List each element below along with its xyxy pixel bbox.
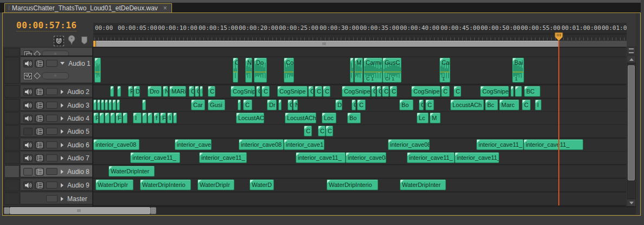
track-pan-slider[interactable] [42, 51, 69, 57]
audio-clip[interactable]: LocustACh [285, 112, 316, 123]
audio-clip[interactable]: N [293, 99, 298, 110]
audio-clip[interactable]: C [326, 126, 333, 136]
track-volume-slider[interactable] [42, 72, 69, 79]
sequence-tab[interactable]: ⁞⁞ MarcusChatter_ThatsTwo_Loud01_etDeDeu… [4, 3, 172, 12]
audio-clip[interactable] [93, 99, 97, 110]
audio-clip[interactable]: CogSnipe [231, 86, 255, 97]
toggle-track-output-audio-6[interactable] [23, 141, 33, 149]
audio-clip[interactable] [238, 99, 241, 110]
audio-clip[interactable]: C [315, 86, 322, 97]
audio-clip[interactable] [110, 112, 115, 123]
sync-lock-toggle-audio-7[interactable] [35, 154, 44, 162]
audio-clip[interactable]: WaterDripInter [400, 179, 446, 190]
audio-clip[interactable]: Gusi [208, 99, 225, 110]
audio-clip[interactable]: WaterD [250, 179, 274, 190]
sync-lock-toggle-audio-4[interactable] [35, 115, 44, 122]
track-lane-partial[interactable] [93, 48, 626, 57]
horizontal-scrollbar-thumb[interactable]: III [10, 207, 150, 214]
audio-clip[interactable]: BC [524, 86, 540, 97]
audio-clip[interactable]: C [425, 99, 434, 110]
audio-clip[interactable]: C [189, 86, 194, 97]
disclosure-triangle-audio-5[interactable] [61, 129, 63, 134]
audio-clip[interactable]: interior_cave11_ [476, 139, 524, 150]
work-area-range[interactable] [93, 41, 559, 47]
audio-clip[interactable]: C [454, 86, 461, 97]
track-lane-audio-2[interactable]: FDDroNMARiCCiCCogSnipeCCCogSnipeCCCCogSn… [93, 85, 626, 98]
audio-clip[interactable]: Car1 [439, 58, 450, 83]
sync-lock-toggle-audio-1[interactable] [35, 60, 44, 67]
audio-clip[interactable] [109, 99, 112, 110]
audio-clip[interactable]: C [243, 99, 252, 110]
disclosure-triangle-audio-4[interactable] [61, 116, 63, 121]
audio-clip[interactable] [515, 86, 522, 97]
time-ruler[interactable]: 00:0000:00:05:0000:00:10:0000:00:15:0000… [93, 23, 627, 34]
audio-clip[interactable]: Car [191, 99, 205, 110]
audio-clip[interactable]: C [288, 99, 292, 110]
work-area-start-handle[interactable] [93, 41, 96, 47]
audio-clip[interactable]: C [377, 86, 381, 97]
audio-clip[interactable]: C [323, 86, 330, 97]
track-lane-audio-8[interactable]: WaterDripInter [93, 165, 626, 178]
audio-clip[interactable]: Marc [499, 99, 519, 110]
audio-clip[interactable]: CogSnipe [277, 86, 308, 97]
audio-clip[interactable]: C [308, 86, 314, 97]
audio-clip[interactable]: GusCCr 1 [382, 58, 401, 83]
audio-clip[interactable]: interior_cave11_ [524, 139, 583, 150]
audio-clip[interactable] [511, 86, 514, 97]
track-lane-audio-9[interactable]: WaterDripIrWaterDripInterioWaterDripIrWa… [93, 179, 626, 191]
audio-clip[interactable]: CogSnipe [480, 86, 509, 97]
track-lane-audio-4[interactable]: FFIfFILocustACLocustAChLocBoLcM [93, 112, 626, 124]
toggle-track-output-audio-1[interactable] [23, 60, 33, 67]
audio-clip[interactable]: Dr [267, 99, 277, 110]
snap-toggle-button[interactable] [54, 36, 64, 46]
toggle-track-output-audio-8[interactable] [23, 168, 33, 176]
disclosure-triangle-audio-7[interactable] [61, 156, 63, 160]
scroll-up-button[interactable] [627, 55, 636, 63]
track-lock-cell-audio-3[interactable] [4, 99, 20, 111]
audio-clip[interactable]: WaterDripIr [95, 179, 133, 190]
audio-clip[interactable]: I [133, 112, 142, 123]
audio-clip[interactable]: C [262, 86, 270, 97]
audio-clip[interactable]: F [93, 112, 99, 123]
audio-clip[interactable] [117, 86, 121, 97]
audio-clip[interactable]: interior_cave11_ [199, 152, 247, 163]
audio-clip[interactable] [278, 99, 282, 110]
audio-clip[interactable]: C [382, 86, 389, 97]
track-lock-cell-audio-7[interactable] [4, 152, 20, 164]
disclosure-triangle-master[interactable] [61, 197, 63, 201]
work-area-bar[interactable]: III [93, 41, 627, 47]
track-lock-cell-master[interactable] [4, 192, 20, 205]
audio-clip[interactable]: C [233, 58, 238, 83]
audio-clip[interactable] [142, 112, 147, 123]
audio-clip[interactable]: interior_cave1 [284, 139, 324, 150]
audio-clip[interactable]: C [390, 86, 397, 97]
audio-clip[interactable]: C [371, 86, 376, 97]
audio-clip[interactable]: C [441, 86, 450, 97]
disclosure-triangle-audio-2[interactable] [61, 90, 63, 94]
audio-clip[interactable]: Do [254, 58, 267, 83]
audio-clip[interactable]: WaterDripInter [109, 166, 155, 177]
audio-clip[interactable]: C [318, 126, 326, 136]
keyframe-diamond-icon[interactable] [34, 51, 41, 57]
audio-clip[interactable]: I [535, 99, 541, 110]
audio-clip[interactable] [110, 86, 114, 97]
audio-clip[interactable]: interior_cave08 [346, 152, 386, 163]
sync-lock-toggle-audio-8[interactable] [35, 168, 44, 176]
track-lock-cell-audio-2[interactable] [4, 85, 20, 98]
track-lane-master[interactable] [93, 192, 626, 205]
audio-clip[interactable]: Dro [148, 86, 162, 97]
audio-clip[interactable]: N [163, 86, 168, 97]
audio-clip[interactable] [101, 99, 104, 110]
audio-clip[interactable]: Bc [485, 99, 498, 110]
audio-clip[interactable]: Bai1 [512, 58, 524, 83]
track-lane-audio-1[interactable]: CNDoCoMCarmiC 1GusCCr 1Car1Bai1 [93, 57, 626, 84]
audio-clip[interactable]: LocustAC [236, 112, 264, 123]
audio-clip[interactable]: WaterDripInterio [327, 179, 378, 190]
current-timecode[interactable]: 00:00:57:16 [16, 20, 76, 32]
audio-clip[interactable] [173, 112, 177, 123]
audio-clip[interactable]: D [133, 86, 140, 97]
track-lock-cell-partial[interactable] [4, 48, 20, 57]
audio-clip[interactable]: WaterDripInterio [140, 179, 191, 190]
audio-clip[interactable]: C [208, 86, 215, 97]
audio-clip[interactable]: C [419, 99, 424, 110]
